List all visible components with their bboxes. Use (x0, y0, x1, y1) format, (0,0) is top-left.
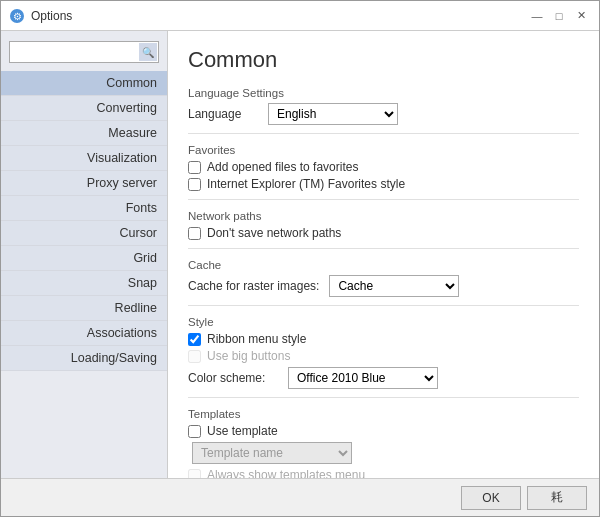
sidebar: 🔍 Common Converting Measure Visualizatio… (1, 31, 168, 478)
favorites-option1-row: Add opened files to favorites (188, 160, 579, 174)
color-label: Color scheme: (188, 371, 278, 385)
big-buttons-label: Use big buttons (207, 349, 290, 363)
always-show-label: Always show templates menu (207, 468, 365, 478)
no-network-paths-checkbox[interactable] (188, 227, 201, 240)
color-row: Color scheme: Office 2010 Blue Office 20… (188, 367, 579, 389)
sidebar-item-associations[interactable]: Associations (1, 321, 167, 346)
template-name-row: Template name (192, 442, 579, 464)
big-buttons-row: Use big buttons (188, 349, 579, 363)
use-template-checkbox[interactable] (188, 425, 201, 438)
language-row: Language English German French Spanish (188, 103, 579, 125)
template-name-select[interactable]: Template name (192, 442, 352, 464)
separator-1 (188, 133, 579, 134)
content-area: Common Language Settings Language Englis… (168, 31, 599, 478)
always-show-checkbox[interactable] (188, 469, 201, 479)
ribbon-menu-checkbox[interactable] (188, 333, 201, 346)
sidebar-item-proxy[interactable]: Proxy server (1, 171, 167, 196)
search-button[interactable]: 🔍 (139, 43, 157, 61)
always-show-row: Always show templates menu (188, 468, 579, 478)
page-title: Common (188, 47, 579, 73)
search-container: 🔍 (1, 37, 167, 71)
language-section-label: Language Settings (188, 87, 579, 99)
favorites-section-label: Favorites (188, 144, 579, 156)
sidebar-item-snap[interactable]: Snap (1, 271, 167, 296)
sidebar-item-converting[interactable]: Converting (1, 96, 167, 121)
minimize-button[interactable]: — (527, 6, 547, 26)
no-network-paths-label: Don't save network paths (207, 226, 341, 240)
cache-select[interactable]: Cache No cache Memory only (329, 275, 459, 297)
language-label: Language (188, 107, 258, 121)
title-controls: — □ ✕ (527, 6, 591, 26)
big-buttons-checkbox[interactable] (188, 350, 201, 363)
add-to-favorites-label: Add opened files to favorites (207, 160, 358, 174)
network-section-label: Network paths (188, 210, 579, 222)
language-select[interactable]: English German French Spanish (268, 103, 398, 125)
favorites-option2-row: Internet Explorer (TM) Favorites style (188, 177, 579, 191)
sidebar-item-grid[interactable]: Grid (1, 246, 167, 271)
ie-favorites-label: Internet Explorer (TM) Favorites style (207, 177, 405, 191)
network-option1-row: Don't save network paths (188, 226, 579, 240)
svg-text:⚙: ⚙ (13, 11, 22, 22)
sidebar-item-measure[interactable]: Measure (1, 121, 167, 146)
close-button[interactable]: ✕ (571, 6, 591, 26)
sidebar-item-loading[interactable]: Loading/Saving (1, 346, 167, 371)
style-section-label: Style (188, 316, 579, 328)
search-wrapper: 🔍 (9, 41, 159, 63)
sidebar-item-redline[interactable]: Redline (1, 296, 167, 321)
title-bar-left: ⚙ Options (9, 8, 72, 24)
use-template-label: Use template (207, 424, 278, 438)
options-window: ⚙ Options — □ ✕ 🔍 Common Converting Me (0, 0, 600, 517)
window-title: Options (31, 9, 72, 23)
add-to-favorites-checkbox[interactable] (188, 161, 201, 174)
sidebar-item-fonts[interactable]: Fonts (1, 196, 167, 221)
templates-section-label: Templates (188, 408, 579, 420)
ribbon-menu-label: Ribbon menu style (207, 332, 306, 346)
color-scheme-select[interactable]: Office 2010 Blue Office 2010 Silver Offi… (288, 367, 438, 389)
cache-section-label: Cache (188, 259, 579, 271)
ribbon-row: Ribbon menu style (188, 332, 579, 346)
cache-row: Cache for raster images: Cache No cache … (188, 275, 579, 297)
footer: OK 耗 (1, 478, 599, 516)
separator-4 (188, 305, 579, 306)
cancel-button[interactable]: 耗 (527, 486, 587, 510)
ok-button[interactable]: OK (461, 486, 521, 510)
sidebar-item-cursor[interactable]: Cursor (1, 221, 167, 246)
maximize-button[interactable]: □ (549, 6, 569, 26)
separator-3 (188, 248, 579, 249)
app-icon: ⚙ (9, 8, 25, 24)
sidebar-item-common[interactable]: Common (1, 71, 167, 96)
ie-favorites-checkbox[interactable] (188, 178, 201, 191)
search-input[interactable] (9, 41, 159, 63)
separator-5 (188, 397, 579, 398)
search-icon: 🔍 (142, 47, 154, 58)
sidebar-item-visualization[interactable]: Visualization (1, 146, 167, 171)
title-bar: ⚙ Options — □ ✕ (1, 1, 599, 31)
main-content: 🔍 Common Converting Measure Visualizatio… (1, 31, 599, 478)
separator-2 (188, 199, 579, 200)
use-template-row: Use template (188, 424, 579, 438)
cache-label: Cache for raster images: (188, 279, 319, 293)
